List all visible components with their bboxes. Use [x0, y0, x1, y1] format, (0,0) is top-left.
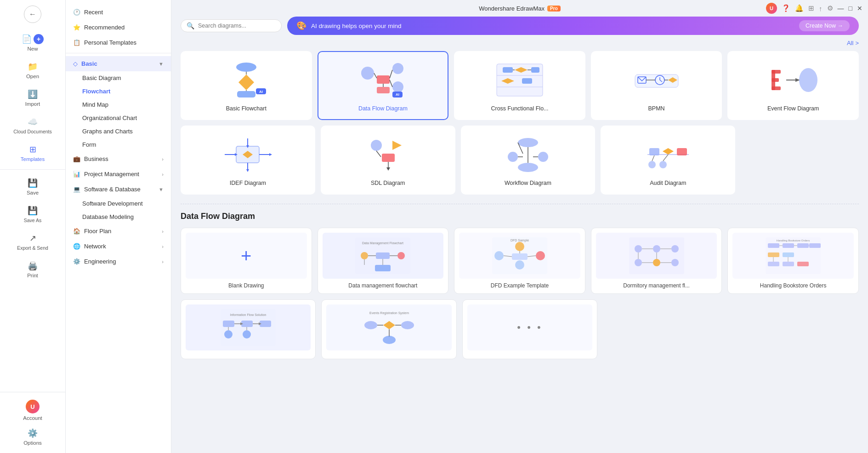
sidebar-item-account[interactable]: U Account [0, 396, 65, 424]
create-now-button[interactable]: Create Now → [799, 20, 850, 31]
svg-point-135 [243, 330, 251, 338]
blank-img: + [186, 233, 307, 279]
sidebar-item-export[interactable]: ↗ Export & Send [3, 229, 62, 254]
nav-business[interactable]: 💼 Business › [66, 151, 171, 166]
basic-label: Basic [81, 60, 97, 67]
grid-icon[interactable]: ⊞ [808, 4, 814, 12]
svg-rect-68 [649, 148, 659, 155]
sidebar-item-save[interactable]: 💾 Save [3, 173, 62, 199]
nav-personal[interactable]: 📋 Personal Templates [66, 35, 171, 50]
close-button[interactable]: ✕ [857, 5, 862, 12]
sidebar-item-export-label: Export & Send [17, 245, 48, 251]
sidebar-item-cloud[interactable]: ☁️ Cloud Documents [3, 112, 62, 138]
svg-line-74 [663, 155, 668, 161]
diagram-card-basic-flowchart[interactable]: AI Basic Flowchart [181, 51, 312, 120]
idef-img [189, 134, 307, 175]
blank-plus-icon: + [241, 246, 251, 266]
diagram-card-sdl[interactable]: SDL Diagram [321, 126, 455, 195]
diagram-card-cross-functional[interactable]: Cross Functional Flo... [454, 51, 585, 120]
empty-slot-3 [734, 299, 859, 359]
nav-project[interactable]: 📊 Project Management › [66, 166, 171, 182]
template-more[interactable]: • • • [462, 299, 597, 359]
sub-org-chart[interactable]: Organizational Chart [66, 111, 171, 125]
upload-icon[interactable]: ↑ [819, 5, 823, 12]
template-t7[interactable]: Events Registration System [321, 299, 456, 359]
settings-icon[interactable]: ⚙ [827, 4, 833, 12]
sub-database[interactable]: Database Modeling [66, 210, 171, 224]
section-header: All > [181, 40, 859, 46]
bpmn-img [599, 59, 714, 101]
svg-point-99 [671, 245, 679, 252]
template-t6[interactable]: Information Flow Solution [181, 299, 316, 359]
sidebar-item-templates[interactable]: ⊞ Templates [3, 140, 62, 166]
template-data-mgmt[interactable]: Data Management Flowchart Data managemen… [318, 228, 449, 294]
sub-mind-map[interactable]: Mind Map [66, 98, 171, 111]
diagram-card-audit[interactable]: Audit Diagram [601, 126, 735, 195]
options-label: Options [23, 440, 42, 446]
svg-text:Data Management Flowchart: Data Management Flowchart [362, 241, 403, 245]
svg-rect-112 [783, 243, 794, 248]
empty-slot-2 [603, 299, 728, 359]
svg-point-100 [635, 259, 642, 266]
nav-network[interactable]: 🌐 Network › [66, 239, 171, 254]
diagram-card-workflow[interactable]: Workflow Diagram [461, 126, 596, 195]
diagram-card-event-flow[interactable]: Event Flow Diagram [727, 51, 859, 120]
template-bookstore[interactable]: Handling Bookstore Orders [727, 228, 859, 294]
sidebar-item-saveas[interactable]: 💾 Save As [3, 201, 62, 227]
sidebar-item-options[interactable]: ⚙️ Options [0, 424, 65, 449]
svg-rect-37 [772, 70, 781, 74]
template-dormitory[interactable]: Dormitory management fl... [591, 228, 722, 294]
sidebar-item-saveas-label: Save As [24, 218, 42, 223]
maximize-button[interactable]: □ [849, 5, 852, 12]
diagram-card-data-flow[interactable]: AI Data Flow Diagram [318, 51, 449, 120]
all-link[interactable]: All > [847, 40, 859, 46]
diagram-type-grid-row2: IDEF Diagram SDL Diagram [181, 126, 859, 195]
svg-point-146 [383, 336, 396, 344]
user-avatar-top[interactable]: U [766, 3, 777, 14]
sub-flowchart[interactable]: Flowchart [66, 85, 171, 98]
search-input[interactable] [198, 23, 276, 29]
diagram-card-bpmn[interactable]: BPMN [591, 51, 722, 120]
nav-floor[interactable]: 🏠 Floor Plan › [66, 224, 171, 239]
sub-basic-diagram[interactable]: Basic Diagram [66, 71, 171, 85]
nav-engineering[interactable]: ⚙️ Engineering › [66, 254, 171, 269]
sdl-label: SDL Diagram [371, 180, 405, 186]
bell-icon[interactable]: 🔔 [795, 4, 804, 12]
search-box[interactable]: 🔍 [181, 19, 282, 32]
template-blank[interactable]: + Blank Drawing [181, 228, 312, 294]
data-mgmt-img: Data Management Flowchart [323, 233, 444, 279]
engineering-icon: ⚙️ [73, 258, 80, 265]
minimize-button[interactable]: — [838, 5, 844, 12]
section-title: Data Flow Diagram [181, 212, 859, 221]
svg-rect-121 [783, 262, 794, 266]
sub-software-dev[interactable]: Software Development [66, 197, 171, 210]
svg-point-88 [515, 242, 524, 251]
nav-recommended[interactable]: ⭐ Recommended [66, 20, 171, 35]
svg-point-140 [364, 321, 377, 329]
nav-software[interactable]: 💻 Software & Database ▼ [66, 182, 171, 197]
svg-rect-119 [783, 252, 794, 257]
sidebar-item-print[interactable]: 🖨️ Print [3, 256, 62, 282]
left-sidebar: ← 📄 + New 📁 Open ⬇️ Import ☁️ Cloud Docu… [0, 0, 66, 453]
data-flow-label: Data Flow Diagram [358, 105, 408, 112]
svg-rect-127 [223, 321, 234, 327]
diagram-card-idef[interactable]: IDEF Diagram [181, 126, 315, 195]
sub-form[interactable]: Form [66, 138, 171, 151]
window-controls: U ❓ 🔔 ⊞ ↑ ⚙ — □ ✕ [766, 3, 862, 14]
back-button[interactable]: ← [24, 6, 41, 23]
nav-recent[interactable]: 🕐 Recent [66, 5, 171, 20]
svg-rect-38 [772, 78, 779, 82]
sidebar-item-new[interactable]: 📄 + New [3, 29, 62, 55]
sidebar-item-open[interactable]: 📁 Open [3, 57, 62, 83]
help-icon[interactable]: ❓ [782, 4, 790, 12]
nav-basic[interactable]: ◇ Basic ▼ [66, 56, 171, 71]
software-chevron: ▼ [159, 187, 164, 192]
engineering-chevron: › [162, 259, 164, 264]
saveas-icon: 💾 [28, 206, 38, 216]
template-dfd[interactable]: DFD Sample DFD Example Template [454, 228, 585, 294]
svg-point-7 [361, 67, 374, 80]
dfd-img: DFD Sample [459, 233, 580, 279]
svg-point-97 [635, 245, 642, 252]
sub-graphs[interactable]: Graphs and Charts [66, 125, 171, 138]
sidebar-item-import[interactable]: ⬇️ Import [3, 85, 62, 110]
